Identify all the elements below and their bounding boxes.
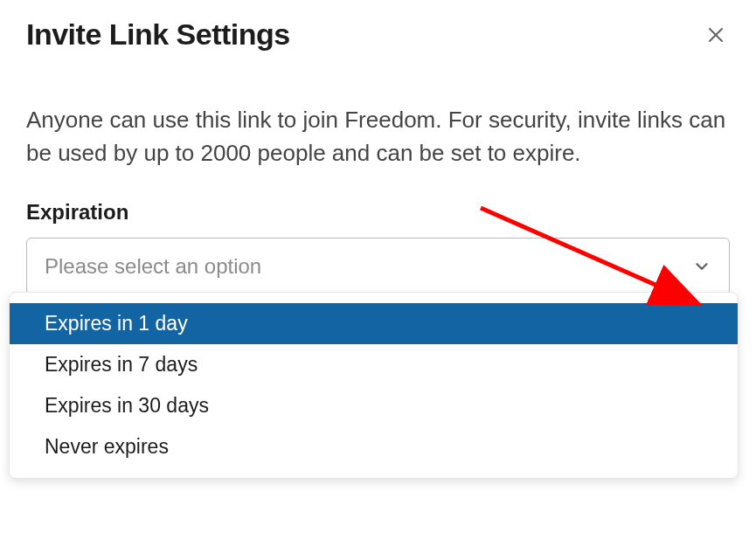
- option-expires-7-days[interactable]: Expires in 7 days: [10, 344, 738, 385]
- dialog-title: Invite Link Settings: [26, 17, 290, 52]
- expiration-select[interactable]: Please select an option: [26, 238, 730, 295]
- option-expires-30-days[interactable]: Expires in 30 days: [10, 385, 738, 426]
- chevron-down-icon: [692, 257, 711, 276]
- dialog-description: Anyone can use this link to join Freedom…: [26, 104, 730, 169]
- expiration-label: Expiration: [26, 200, 730, 225]
- close-icon: [705, 24, 726, 45]
- select-placeholder: Please select an option: [45, 254, 261, 279]
- option-expires-1-day[interactable]: Expires in 1 day: [10, 303, 738, 344]
- expiration-select-container: Please select an option Expires in 1 day…: [26, 238, 730, 295]
- invite-link-settings-dialog: Invite Link Settings Anyone can use this…: [0, 0, 756, 313]
- expiration-dropdown: Expires in 1 day Expires in 7 days Expir…: [9, 292, 739, 479]
- dialog-header: Invite Link Settings: [26, 17, 730, 52]
- option-never-expires[interactable]: Never expires: [10, 426, 738, 467]
- close-button[interactable]: [702, 21, 730, 49]
